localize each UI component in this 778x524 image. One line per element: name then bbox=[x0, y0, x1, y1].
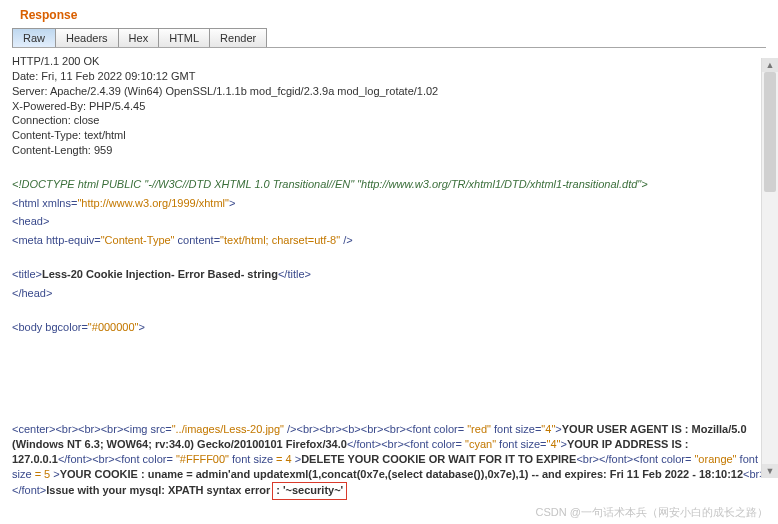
http-header: HTTP/1.1 200 OK bbox=[12, 54, 766, 69]
tab-html[interactable]: HTML bbox=[158, 28, 210, 47]
raw-content[interactable]: HTTP/1.1 200 OK Date: Fri, 11 Feb 2022 0… bbox=[12, 54, 766, 500]
cookie-value: YOUR COOKIE : uname = admin'and updatexm… bbox=[60, 468, 743, 480]
scroll-track[interactable] bbox=[762, 72, 778, 464]
watermark: CSDN @一句话术本兵（网安小白的成长之路） bbox=[536, 505, 768, 520]
html-open: <html xmlns="http://www.w3.org/1999/xhtm… bbox=[12, 196, 766, 211]
tab-bar: Raw Headers Hex HTML Render bbox=[12, 28, 766, 48]
scrollbar[interactable]: ▲ ▼ bbox=[761, 58, 778, 478]
response-panel: Response Raw Headers Hex HTML Render HTT… bbox=[0, 0, 778, 524]
blank-space bbox=[12, 334, 766, 418]
panel-title: Response bbox=[20, 8, 766, 22]
xpath-value: '~security~' bbox=[283, 484, 343, 496]
img-tag: <img bbox=[123, 423, 150, 435]
http-header: Content-Length: 959 bbox=[12, 143, 766, 158]
response-body: <center><br><br><br><img src="../images/… bbox=[12, 422, 766, 499]
http-header: X-Powered-By: PHP/5.4.45 bbox=[12, 99, 766, 114]
meta-line: <meta http-equiv="Content-Type" content=… bbox=[12, 233, 766, 248]
font-yellow: <br><font bbox=[92, 453, 142, 465]
title-line: <title>Less-20 Cookie Injection- Error B… bbox=[12, 267, 766, 282]
scroll-down-icon[interactable]: ▼ bbox=[762, 464, 778, 478]
http-header: Connection: close bbox=[12, 113, 766, 128]
expire-label: DELETE YOUR COOKIE OR WAIT FOR IT TO EXP… bbox=[301, 453, 576, 465]
doctype-line: <!DOCTYPE html PUBLIC "-//W3C//DTD XHTML… bbox=[12, 177, 766, 192]
http-header: Date: Fri, 11 Feb 2022 09:10:12 GMT bbox=[12, 69, 766, 84]
head-close: </head> bbox=[12, 286, 766, 301]
tab-render[interactable]: Render bbox=[209, 28, 267, 47]
font-red: <font bbox=[406, 423, 434, 435]
body-open: <body bgcolor="#000000"> bbox=[12, 320, 766, 335]
http-header: Content-Type: text/html bbox=[12, 128, 766, 143]
xpath-error: Issue with your mysql: XPATH syntax erro… bbox=[46, 484, 270, 496]
head-open: <head> bbox=[12, 214, 766, 229]
tab-hex[interactable]: Hex bbox=[118, 28, 160, 47]
tab-raw[interactable]: Raw bbox=[12, 28, 56, 47]
scroll-thumb[interactable] bbox=[764, 72, 776, 192]
http-header: Server: Apache/2.4.39 (Win64) OpenSSL/1.… bbox=[12, 84, 766, 99]
scroll-up-icon[interactable]: ▲ bbox=[762, 58, 778, 72]
font-cyan: <br><font bbox=[381, 438, 431, 450]
tab-headers[interactable]: Headers bbox=[55, 28, 119, 47]
font-orange: <font bbox=[633, 453, 661, 465]
xpath-highlight: : '~security~' bbox=[272, 482, 347, 500]
